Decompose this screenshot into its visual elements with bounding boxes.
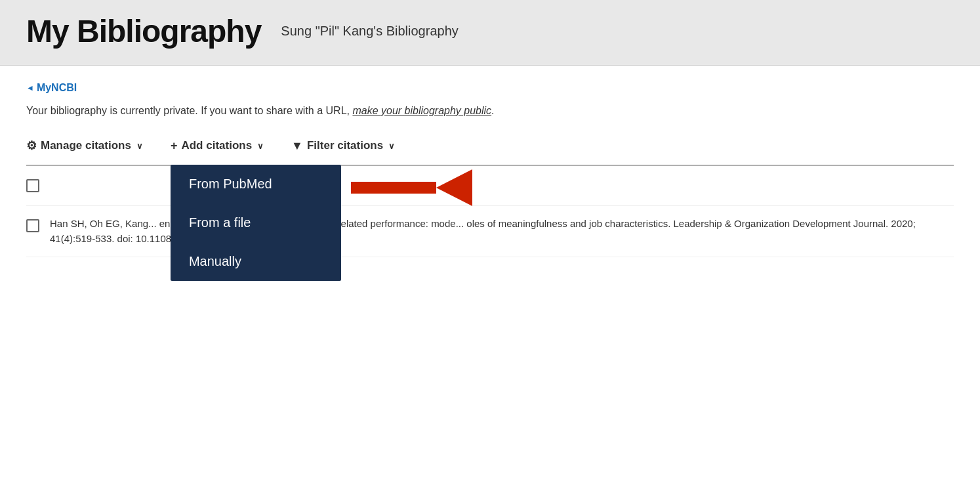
page-subtitle: Sung "Pil" Kang's Bibliography — [281, 24, 458, 39]
citations-table: Han SH, Oh EG, Kang... en transformation… — [26, 166, 954, 257]
header-bar: My Bibliography Sung "Pil" Kang's Biblio… — [0, 0, 980, 66]
add-citations-label: Add citations — [181, 139, 252, 152]
privacy-text-after: . — [491, 105, 494, 116]
table-row — [26, 166, 954, 206]
privacy-notice: Your bibliography is currently private. … — [26, 103, 954, 119]
checkbox-cell-2 — [26, 217, 39, 235]
add-chevron-icon: ∨ — [257, 141, 264, 151]
filter-icon: ▼ — [291, 139, 303, 153]
gear-icon: ⚙ — [26, 138, 37, 153]
add-citations-dropdown: From PubMed From a file Manually — [171, 165, 341, 281]
manage-citations-button[interactable]: ⚙ Manage citations ∨ — [26, 135, 151, 157]
from-pubmed-item[interactable]: From PubMed — [171, 165, 341, 203]
privacy-text-before: Your bibliography is currently private. … — [26, 105, 352, 116]
from-file-label: From a file — [189, 215, 251, 230]
row-checkbox-1[interactable] — [26, 179, 39, 192]
toolbar: ⚙ Manage citations ∨ + Add citations ∨ F… — [26, 135, 954, 166]
filter-citations-label: Filter citations — [307, 139, 383, 152]
from-pubmed-label: From PubMed — [189, 177, 272, 191]
add-citations-wrapper: + Add citations ∨ From PubMed From a fil… — [171, 135, 291, 157]
myncbi-label: MyNCBI — [37, 82, 77, 94]
page-title: My Bibliography — [26, 13, 261, 49]
manage-chevron-icon: ∨ — [136, 141, 143, 151]
plus-icon: + — [171, 139, 178, 153]
make-public-link[interactable]: make your bibliography public — [352, 105, 491, 116]
table-row: Han SH, Oh EG, Kang... en transformation… — [26, 206, 954, 257]
manually-item[interactable]: Manually — [171, 242, 341, 281]
row-checkbox-2[interactable] — [26, 219, 39, 232]
filter-citations-button[interactable]: ▼ Filter citations ∨ — [291, 135, 403, 157]
add-citations-button[interactable]: + Add citations ∨ — [171, 135, 272, 157]
manage-citations-label: Manage citations — [41, 139, 131, 152]
filter-chevron-icon: ∨ — [388, 141, 395, 151]
make-public-link-text: make your bibliography public — [352, 105, 491, 116]
from-file-item[interactable]: From a file — [171, 203, 341, 242]
myncbi-link[interactable]: MyNCBI — [26, 82, 77, 94]
checkbox-cell-1 — [26, 177, 39, 195]
manually-label: Manually — [189, 254, 241, 268]
